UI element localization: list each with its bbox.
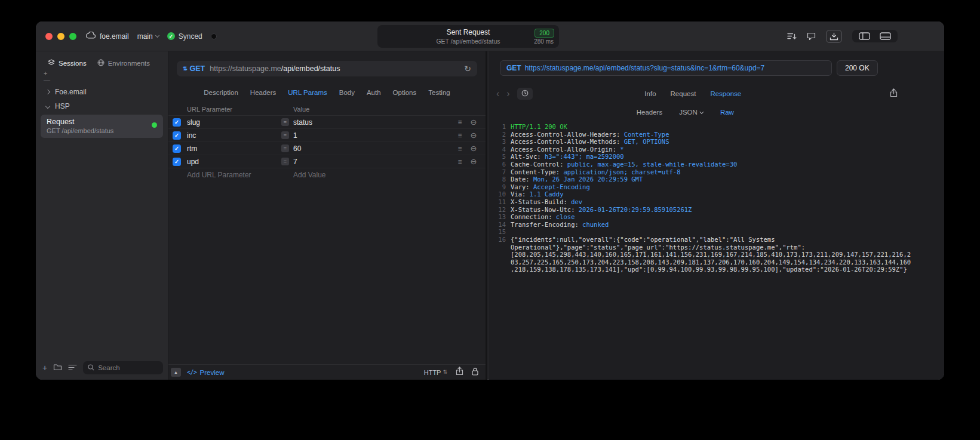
request-tab-url-params[interactable]: URL Params: [288, 89, 327, 96]
export-response-icon[interactable]: [890, 88, 898, 100]
method-label: GET: [190, 64, 205, 73]
param-enabled-checkbox[interactable]: ✓: [173, 118, 181, 127]
request-tab-headers[interactable]: Headers: [250, 89, 276, 96]
request-list-item-selected[interactable]: Request GET /api/embed/status: [41, 115, 163, 138]
add-value-placeholder[interactable]: Add Value: [281, 171, 453, 179]
line-number: 7: [495, 168, 506, 176]
add-param-row[interactable]: Add URL Parameter Add Value: [168, 168, 486, 181]
code-line-content: Connection: close: [511, 213, 575, 221]
param-value-input[interactable]: status: [293, 118, 312, 127]
remove-param-button[interactable]: ⊖: [466, 131, 481, 140]
remove-param-button[interactable]: ⊖: [466, 144, 481, 153]
param-name-input[interactable]: slug: [187, 118, 281, 127]
console-toggle-icon[interactable]: ▲: [171, 368, 181, 377]
request-tab-testing[interactable]: Testing: [428, 89, 450, 96]
search-input[interactable]: Search: [83, 361, 163, 374]
history-clock-button[interactable]: [517, 88, 533, 100]
param-enabled-checkbox[interactable]: ✓: [173, 131, 181, 140]
url-param-row: ✓inc=1≡⊖: [168, 129, 486, 142]
sent-request-summary[interactable]: Sent Request 200 GET /api/embed/status 2…: [377, 25, 559, 48]
code-line-content: Vary: Accept-Encoding: [511, 183, 590, 191]
response-body-view[interactable]: 1HTTP/1.1 200 OK2Access-Control-Allow-He…: [495, 123, 941, 377]
tree-item-foe-email[interactable]: Foe.email: [41, 85, 163, 99]
url-host[interactable]: https://statuspage.me: [210, 64, 281, 73]
code-line-content: Alt-Svc: h3=":443"; ma=2592000: [511, 153, 624, 161]
param-value-input[interactable]: 1: [293, 131, 297, 140]
response-tab-info[interactable]: Info: [644, 90, 656, 97]
line-number: 13: [495, 213, 506, 221]
line-number: 6: [495, 161, 506, 168]
branch-menu[interactable]: main: [137, 32, 159, 41]
response-format-tab-raw[interactable]: Raw: [720, 109, 734, 116]
sort-icon[interactable]: [787, 32, 797, 40]
request-method-path: GET /api/embed/status: [47, 127, 157, 134]
preview-button[interactable]: </> Preview: [187, 369, 224, 376]
request-url-bar[interactable]: ⇅ GET https://statuspage.me/api/embed/st…: [177, 61, 477, 76]
close-window-button[interactable]: [45, 33, 53, 40]
response-format-tab-json[interactable]: JSON: [679, 109, 703, 116]
response-tab-request[interactable]: Request: [671, 90, 696, 97]
sidebar-panel-toggle-icon[interactable]: [859, 32, 870, 40]
code-line-content: Access-Control-Allow-Methods: GET, OPTIO…: [511, 138, 669, 146]
response-url-field[interactable]: GET https://statuspage.me/api/embed/stat…: [500, 60, 832, 76]
sync-status[interactable]: ✓ Synced: [167, 32, 202, 41]
sidebar-tab-label: Environments: [108, 60, 150, 67]
project-menu[interactable]: foe.email: [86, 32, 129, 41]
api-client-window: foe.email main ✓ Synced Sent Request 200…: [36, 21, 944, 380]
remove-param-button[interactable]: ⊖: [466, 118, 481, 127]
sidebar-tab-label: Sessions: [59, 60, 87, 67]
code-line: 4Access-Control-Allow-Origin: *: [495, 146, 941, 153]
reorder-handle-icon[interactable]: ≡: [453, 118, 466, 127]
method-dropdown[interactable]: ⇅ GET: [183, 64, 205, 73]
request-tab-body[interactable]: Body: [339, 89, 355, 96]
lock-icon[interactable]: [472, 367, 478, 378]
protocol-select[interactable]: HTTP ⇅: [424, 369, 447, 376]
bottom-panel-toggle-icon[interactable]: [880, 32, 891, 40]
code-line-content: Cache-Control: public, max-age=15, stale…: [511, 161, 737, 168]
new-folder-icon[interactable]: [53, 362, 62, 373]
sidebar-tab-environments[interactable]: Environments: [97, 59, 150, 67]
request-tab-description[interactable]: Description: [204, 89, 238, 96]
add-session-button[interactable]: +: [44, 70, 50, 76]
add-request-button[interactable]: +: [42, 364, 47, 371]
response-format-tab-headers[interactable]: Headers: [637, 109, 662, 116]
request-tab-auth[interactable]: Auth: [367, 89, 381, 96]
zoom-window-button[interactable]: [69, 33, 76, 40]
remove-session-button[interactable]: —: [44, 77, 50, 83]
import-tray-icon[interactable]: [826, 30, 842, 43]
add-param-placeholder[interactable]: Add URL Parameter: [187, 171, 281, 179]
reorder-handle-icon[interactable]: ≡: [453, 144, 466, 153]
tree-item-hsp[interactable]: HSP: [41, 99, 163, 113]
remove-param-button[interactable]: ⊖: [466, 157, 481, 166]
param-name-input[interactable]: inc: [187, 131, 281, 140]
history-back-icon[interactable]: ‹: [496, 88, 499, 99]
param-value-input[interactable]: 60: [293, 144, 301, 153]
code-line: 11X-Status-Build: dev: [495, 198, 941, 206]
param-value-cell: =7: [281, 158, 453, 166]
list-options-icon[interactable]: [68, 362, 77, 373]
code-line: 12X-Status-Now-Utc: 2026-01-26T20:29:59.…: [495, 206, 941, 214]
param-enabled-checkbox[interactable]: ✓: [173, 158, 181, 166]
comments-icon[interactable]: [807, 32, 816, 40]
request-tab-options[interactable]: Options: [393, 89, 417, 96]
code-line: 1HTTP/1.1 200 OK: [495, 123, 941, 131]
sidebar-tabs: Sessions Environments: [36, 51, 168, 67]
param-value-input[interactable]: 7: [293, 158, 297, 166]
param-name-input[interactable]: upd: [187, 158, 281, 166]
code-line-content: {"incidents":null,"overall":{"code":"ope…: [511, 236, 914, 273]
param-name-input[interactable]: rtm: [187, 144, 281, 153]
reorder-handle-icon[interactable]: ≡: [453, 131, 466, 140]
response-tab-response[interactable]: Response: [710, 90, 741, 97]
line-number: 8: [495, 176, 506, 183]
sidebar-tab-sessions[interactable]: Sessions: [48, 59, 87, 67]
updown-arrows-icon: ⇅: [443, 370, 447, 375]
url-path[interactable]: /api/embed/status: [281, 64, 340, 73]
share-icon[interactable]: [456, 367, 463, 378]
resend-request-icon[interactable]: ↻: [464, 64, 471, 73]
titlebar[interactable]: foe.email main ✓ Synced Sent Request 200…: [36, 21, 944, 51]
param-enabled-checkbox[interactable]: ✓: [173, 144, 181, 153]
history-forward-icon[interactable]: ›: [506, 88, 509, 99]
line-number: 14: [495, 221, 506, 229]
minimize-window-button[interactable]: [57, 33, 64, 40]
reorder-handle-icon[interactable]: ≡: [453, 158, 466, 166]
